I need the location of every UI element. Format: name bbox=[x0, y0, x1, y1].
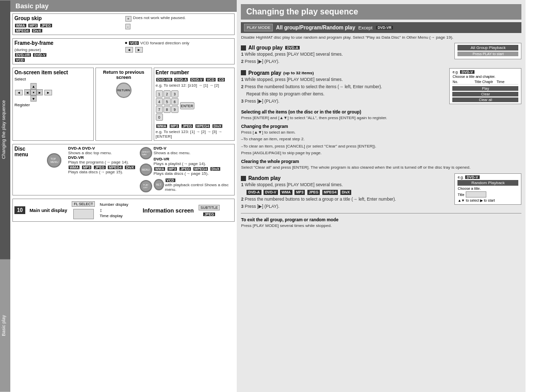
enter-badges-row2: WMA MP3 JPEG MPEG4 DivX bbox=[156, 123, 233, 128]
num5-btn[interactable]: 5 bbox=[163, 98, 171, 105]
clearing-program-title: Clearing the whole program bbox=[241, 159, 521, 164]
return-button[interactable]: RETURN bbox=[116, 83, 132, 98]
dvd-v-label: DVD-V bbox=[154, 146, 233, 151]
disc-menu-col: DIRECTNAVI MENU PLAYLIST DVD-V Shows a d… bbox=[140, 146, 233, 193]
num0-btn[interactable]: 0 bbox=[156, 113, 163, 121]
badge-wma: WMA bbox=[15, 24, 26, 27]
play-btn[interactable]: Play bbox=[452, 86, 518, 91]
enter-example1: e.g. To select 12: [≥10] → [1] → [2] bbox=[156, 83, 233, 88]
enter-section: Enter number DVD-VR DVD-A DVD-V VCD CD e… bbox=[154, 68, 235, 141]
dvd-vr2-text: Plays a playlist (→ page 14). bbox=[154, 161, 233, 166]
frame-section: Frame-by-frame (during pause) DVD-VR DVD… bbox=[12, 38, 235, 64]
select-label: Select bbox=[14, 77, 26, 81]
except-label: Except bbox=[358, 25, 373, 30]
frame-note: VCD forward direction only bbox=[140, 41, 189, 45]
main-left-content: Basic play Group skip WMA MP3 JPEG MPEG4… bbox=[10, 0, 237, 392]
num3-btn[interactable]: 3 bbox=[171, 90, 178, 97]
program-preview: e.g. DVD-V Choose a title and chapter. N… bbox=[449, 68, 521, 104]
jpeg-badge: JPEG bbox=[203, 213, 215, 216]
num2-btn[interactable]: 2 bbox=[163, 90, 171, 97]
all-group-preview-header: All Group Playback bbox=[457, 45, 518, 51]
onscreen-right-btn[interactable]: ► bbox=[44, 90, 52, 95]
program-preview-title: e.g. DVD-V bbox=[452, 70, 518, 74]
left-panel: Changing the play sequence Basic play Ba… bbox=[0, 0, 237, 392]
changing-program-text4: Press [ANGLE/PAGE] to skip page by page. bbox=[241, 150, 521, 156]
cross-pad: ▲ ◄ ● ► ▼ bbox=[24, 83, 43, 102]
return-section: Return to previous screen RETURN bbox=[95, 68, 152, 141]
plays-data-text: Plays data discs (→ page 15). bbox=[68, 170, 136, 174]
bottom-section: 10 Main unit display FL SELECT Number di… bbox=[12, 199, 235, 222]
vertical-labels: Changing the play sequence Basic play bbox=[0, 0, 10, 392]
bullet-vcd: ● bbox=[125, 40, 127, 45]
enter-example2: e.g. To select 123: [1] → [2] → [3] → [E… bbox=[156, 129, 233, 139]
clear-btn[interactable]: Clear bbox=[452, 92, 518, 96]
num8-btn[interactable]: 8 bbox=[163, 106, 171, 113]
enter-badges-row1: DVD-VR DVD-A DVD-V VCD CD bbox=[156, 77, 233, 82]
all-group-section: All Group Playback Press PLAY to start A… bbox=[241, 43, 521, 66]
num9-btn[interactable]: 9 bbox=[171, 106, 178, 113]
program-icon bbox=[241, 70, 246, 75]
col-no: No. bbox=[452, 80, 474, 84]
random-play-section: e.g. DVD-V Random Playback Choose a titl… bbox=[241, 173, 521, 211]
page-number: 10 bbox=[14, 206, 25, 214]
frame-badges: DVD-VR DVD-V VCD bbox=[14, 52, 123, 62]
frame-prev-btn[interactable]: ◄ bbox=[125, 47, 133, 53]
subtitle-btn[interactable]: SUBTITLE bbox=[199, 205, 220, 210]
badge-divx: DivX bbox=[32, 29, 42, 32]
badge-mpeg4: MPEG4 bbox=[15, 29, 30, 32]
onscreen-left-btn[interactable]: ◄ bbox=[15, 90, 23, 95]
program-subtitle: (up to 32 items) bbox=[283, 71, 314, 75]
dvd-vr-text: Plays the programs (→ page 14). bbox=[68, 160, 136, 165]
enter-btn[interactable]: ENTER bbox=[180, 102, 194, 109]
menu-icon[interactable]: MENU bbox=[140, 164, 152, 176]
badge-mp3: MP3 bbox=[28, 24, 38, 27]
selecting-all-section: Selecting all the items (on the disc or … bbox=[241, 107, 521, 122]
num4-btn[interactable]: 4 bbox=[156, 98, 163, 105]
return-title: Return to previous screen bbox=[97, 70, 150, 80]
disc-topmenu-col: TOPMENU DVD-A DVD-V Shows a disc top men… bbox=[42, 146, 136, 193]
num1-btn[interactable]: 1 bbox=[156, 90, 163, 97]
program-play-section: e.g. DVD-V Choose a title and chapter. N… bbox=[241, 68, 521, 106]
badge-dvdvr: DVD-VR bbox=[15, 53, 31, 57]
all-group-badge: DVD-A bbox=[285, 46, 300, 50]
exit-note-title: To exit the all group, program or random… bbox=[241, 217, 521, 222]
cross-center-btn[interactable]: ● bbox=[30, 89, 37, 95]
eg-program-label: e.g. bbox=[452, 70, 458, 74]
changing-label: Changing the play sequence bbox=[0, 0, 10, 259]
selecting-all-title: Selecting all the items (on the disc or … bbox=[241, 109, 521, 115]
clear-all-btn[interactable]: Clear all bbox=[452, 97, 518, 102]
eg-random-label: e.g. DVD-V bbox=[457, 175, 518, 179]
frame-next-btn[interactable]: ► bbox=[135, 47, 143, 53]
skip-plus-btn[interactable]: + bbox=[125, 16, 132, 22]
skip-minus-btn[interactable]: - bbox=[125, 24, 130, 29]
dvd-v-text: Shows a disc menu. bbox=[154, 151, 233, 155]
title-label-random: Title bbox=[457, 193, 464, 197]
information-screen-title: Information screen bbox=[143, 207, 194, 214]
changing-program-section: Changing the program Press [▲▼] to selec… bbox=[241, 122, 521, 157]
cross-left-btn[interactable]: ◄ bbox=[24, 89, 30, 95]
all-group-heading: All group play DVD-A bbox=[241, 45, 452, 51]
fl-select-btn[interactable]: FL SELECT bbox=[72, 201, 95, 207]
main-unit-title: Main unit display bbox=[29, 208, 67, 213]
cross-right-btn[interactable]: ► bbox=[37, 89, 43, 95]
changing-program-text3: –To clear an item, press [CANCEL] (or se… bbox=[241, 143, 521, 149]
on-screen-section: On-screen item select Select ◄ ▲ ◄ ● ► ▼… bbox=[12, 68, 94, 141]
wma-badges2: WMA MP3 JPEG MPEG4 DivX bbox=[154, 166, 233, 171]
num7-btn[interactable]: 7 bbox=[156, 106, 163, 113]
right-panel: Changing the play sequence PLAY MODE All… bbox=[237, 0, 526, 392]
cross-down-btn[interactable]: ▼ bbox=[30, 95, 37, 102]
disc-title: Disc menu bbox=[14, 146, 40, 157]
random-heading: Random play bbox=[241, 175, 452, 181]
direct-nav-icon[interactable]: DIRECTNAVI bbox=[140, 147, 152, 159]
group-skip-badges: WMA MP3 JPEG MPEG4 DivX bbox=[14, 23, 123, 33]
top-menu-icon[interactable]: TOPMENU bbox=[47, 153, 61, 168]
dvd-a-v-label: DVD-A DVD-V bbox=[68, 146, 136, 151]
num6-btn[interactable]: 6 bbox=[171, 98, 178, 105]
cross-up-btn[interactable]: ▲ bbox=[30, 83, 37, 89]
playlist-icon[interactable]: PLAYLIST bbox=[140, 180, 152, 192]
vcd-text: with playback control Shows a disc menu. bbox=[165, 183, 233, 192]
number-display-label: Number display bbox=[100, 202, 128, 207]
return-small-icon[interactable]: RET bbox=[154, 179, 164, 190]
badge-dvdv: DVD-V bbox=[33, 53, 46, 57]
frame-title: Frame-by-frame bbox=[14, 40, 123, 46]
